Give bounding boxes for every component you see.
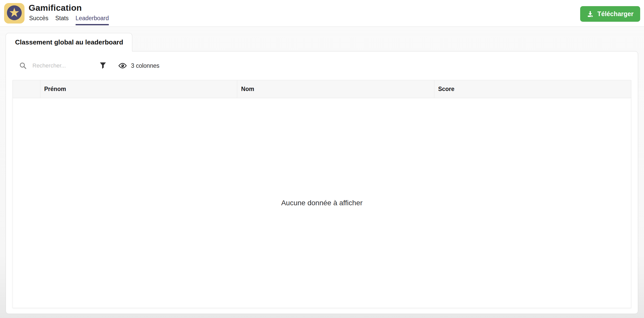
tab-succes[interactable]: Succès — [29, 14, 48, 25]
top-header: Gamification Succès Stats Leaderboard Té… — [0, 0, 644, 27]
panel-tab-title: Classement global au leaderboard — [15, 38, 123, 46]
funnel-icon — [99, 62, 106, 70]
page-title: Gamification — [29, 2, 109, 13]
filter-button[interactable] — [98, 61, 108, 71]
eye-icon — [118, 62, 127, 69]
tab-leaderboard[interactable]: Leaderboard — [76, 14, 109, 25]
tab-stats[interactable]: Stats — [55, 14, 68, 25]
star-badge-icon — [7, 5, 22, 21]
table-header-nom[interactable]: Nom — [237, 80, 434, 98]
table-header-prenom[interactable]: Prénom — [40, 80, 237, 98]
download-icon — [587, 10, 594, 17]
table-body: Aucune donnée à afficher — [13, 98, 631, 308]
empty-state-message: Aucune donnée à afficher — [281, 199, 363, 207]
panel-tab-classement[interactable]: Classement global au leaderboard — [6, 33, 132, 51]
download-button-label: Télécharger — [597, 10, 634, 18]
leaderboard-table: Prénom Nom Score Aucune donnée à affiche… — [13, 80, 631, 308]
columns-visibility-toggle[interactable]: 3 colonnes — [118, 62, 159, 69]
table-toolbar: 3 colonnes — [6, 51, 638, 72]
search-icon — [19, 62, 27, 70]
leaderboard-panel: 3 colonnes Prénom Nom Score Aucune donné… — [6, 51, 638, 314]
download-button[interactable]: Télécharger — [580, 6, 640, 22]
app-logo — [4, 3, 25, 24]
table-header-row: Prénom Nom Score — [13, 80, 631, 98]
columns-count-label: 3 colonnes — [131, 62, 159, 69]
table-header-select — [13, 80, 40, 98]
header-nav: Succès Stats Leaderboard — [29, 14, 109, 25]
table-header-score[interactable]: Score — [434, 80, 631, 98]
main-content: Classement global au leaderboard — [0, 27, 644, 314]
search-input[interactable] — [32, 62, 96, 69]
